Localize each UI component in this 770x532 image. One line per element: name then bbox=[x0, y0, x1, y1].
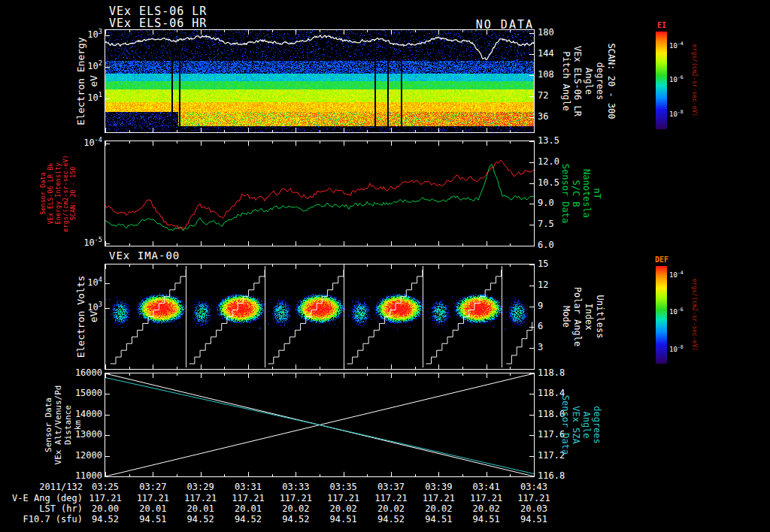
panel-altitude-sza bbox=[105, 373, 535, 477]
axis-title-left: Distance bbox=[63, 373, 73, 476]
ephemeris-value: 20.02 bbox=[326, 503, 362, 514]
colorbar-tick-label: 10-4 bbox=[669, 42, 693, 50]
ephemeris-value: 117.21 bbox=[516, 493, 552, 503]
axis-title-right: Sensor Data bbox=[560, 141, 571, 246]
ephemeris-value: 20.03 bbox=[516, 503, 552, 514]
altitude-sza-canvas bbox=[105, 373, 534, 476]
axis-title-right: Angle bbox=[584, 30, 594, 132]
colorbar-tick-label: 10-6 bbox=[669, 308, 693, 316]
ephemeris-value: 117.21 bbox=[87, 493, 123, 503]
ephemeris-value: 94.52 bbox=[87, 514, 123, 524]
colorbar-tick-label: 10-8 bbox=[669, 110, 693, 118]
plot-screen: VEx ELS-06 LR VEx ELS-06 HR NO DATA VEx … bbox=[0, 0, 770, 532]
axis-title-right: VEx SZA bbox=[571, 373, 581, 476]
axis-title-left: Electron Energy bbox=[75, 30, 86, 132]
axis-title-left: km bbox=[73, 373, 83, 476]
axis-title-left: Sensor Data bbox=[39, 141, 47, 246]
ephemeris-value: 20.02 bbox=[468, 503, 505, 514]
date-label: 2011/132 bbox=[27, 482, 83, 492]
ephemeris-value: 117.21 bbox=[468, 493, 505, 503]
axis-title-right: Nanotesla bbox=[581, 141, 592, 246]
time-tick-label: 03:35 bbox=[326, 482, 362, 492]
ephemeris-value: 94.51 bbox=[326, 514, 362, 524]
axis-title-right: Angle bbox=[581, 373, 592, 476]
ephemeris-value: 94.51 bbox=[420, 514, 456, 524]
ephemeris-value: 94.51 bbox=[516, 514, 552, 524]
ima-spectrogram-canvas bbox=[105, 264, 534, 369]
ephemeris-value: 20.01 bbox=[183, 503, 219, 514]
panel-intensity-bfield bbox=[105, 141, 535, 246]
axis-title-left: VEx Alt/Venus/Pd bbox=[53, 373, 63, 476]
axis-title-right: Pitch Angle bbox=[561, 30, 571, 132]
axis-title-left: SCAN: 20 - 150 bbox=[69, 141, 77, 246]
time-tick-label: 03:33 bbox=[277, 482, 314, 492]
axis-title-left: Electron Volts bbox=[75, 264, 86, 369]
axis-title-right: Index bbox=[584, 264, 594, 369]
axis-title-right: Unitless bbox=[595, 264, 605, 369]
time-tick-label: 03:43 bbox=[516, 482, 552, 492]
title-ima: VEx IMA-00 bbox=[109, 249, 180, 261]
colorbar-def bbox=[656, 266, 667, 364]
colorbar-unit-label: ergs/(cm2-sr-sec-eV) bbox=[691, 32, 698, 129]
colorbar-tick-label: 10-4 bbox=[669, 271, 693, 279]
ephemeris-value: 117.21 bbox=[373, 493, 409, 503]
title-els-hr: VEx ELS-06 HR bbox=[109, 17, 207, 30]
ephemeris-value: 20.02 bbox=[373, 503, 409, 514]
axis-title-left: VEx ELS-06 LR Bk bbox=[47, 141, 54, 246]
axis-title-right: S/C B bbox=[571, 141, 581, 246]
ephemeris-value: 117.21 bbox=[420, 493, 456, 503]
ephemeris-value: 117.21 bbox=[230, 493, 266, 503]
ephemeris-value: 117.21 bbox=[277, 493, 314, 503]
axis-title-left: eV bbox=[88, 264, 99, 369]
row-label-lst: LST (hr) bbox=[5, 503, 83, 514]
colorbar-tick-label: 10-6 bbox=[669, 76, 693, 83]
panel-ima-spectrogram bbox=[105, 264, 535, 370]
ephemeris-value: 20.02 bbox=[420, 503, 456, 514]
time-tick-label: 03:27 bbox=[135, 482, 171, 492]
colorbar-tick-label: 10-8 bbox=[669, 346, 693, 353]
axis-title-left: Energy Intensity bbox=[54, 141, 62, 246]
ephemeris-value: 94.51 bbox=[135, 514, 171, 524]
colorbar-def-title: DEF bbox=[650, 255, 674, 264]
colorbar-ei-title: EI bbox=[654, 21, 669, 29]
els-spectrogram-canvas bbox=[105, 30, 534, 132]
ephemeris-value: 94.51 bbox=[468, 514, 505, 524]
ephemeris-value: 94.52 bbox=[277, 514, 314, 524]
axis-title-right: Sensor Data bbox=[560, 373, 571, 476]
colorbar-ei bbox=[656, 32, 667, 129]
axis-title-right: degrees bbox=[595, 30, 605, 132]
ephemeris-value: 20.00 bbox=[87, 503, 123, 514]
axis-title-left: Sensor Data bbox=[44, 373, 53, 476]
axis-title-right: SCAN: 20 - 300 bbox=[606, 30, 617, 132]
ephemeris-value: 117.21 bbox=[183, 493, 219, 503]
intensity-bfield-canvas bbox=[105, 141, 534, 246]
ephemeris-value: 20.01 bbox=[135, 503, 171, 514]
ephemeris-value: 117.21 bbox=[135, 493, 171, 503]
ephemeris-value: 20.02 bbox=[277, 503, 314, 514]
ephemeris-value: 94.52 bbox=[373, 514, 409, 524]
axis-title-right: Polar Angle bbox=[572, 264, 583, 369]
axis-title-right: Mode bbox=[561, 264, 571, 369]
colorbar-unit-label: ergs/(cm2-sr-sec-eV) bbox=[691, 266, 698, 364]
panel-els-spectrogram bbox=[105, 29, 535, 133]
time-tick-label: 03:25 bbox=[87, 482, 123, 492]
row-label-f107: F10.7 (sfu) bbox=[5, 514, 83, 524]
ephemeris-value: 20.01 bbox=[230, 503, 266, 514]
axis-title-left: ergs/(cm2-sr-sec-eV) bbox=[62, 141, 69, 246]
time-tick-label: 03:41 bbox=[468, 482, 505, 492]
time-tick-label: 03:39 bbox=[420, 482, 456, 492]
time-tick-label: 03:31 bbox=[230, 482, 266, 492]
axis-title-right: degrees bbox=[592, 373, 602, 476]
axis-title-right: VEx ELS-06 LR bbox=[572, 30, 583, 132]
ephemeris-value: 117.21 bbox=[326, 493, 362, 503]
time-tick-label: 03:29 bbox=[183, 482, 219, 492]
ephemeris-value: 94.52 bbox=[183, 514, 219, 524]
axis-title-left: eV bbox=[88, 30, 99, 132]
row-label-ve-ang: V-E Ang (deg) bbox=[5, 493, 83, 503]
time-tick-label: 03:37 bbox=[373, 482, 409, 492]
axis-title-right: nT bbox=[592, 141, 602, 246]
ephemeris-value: 94.52 bbox=[230, 514, 266, 524]
